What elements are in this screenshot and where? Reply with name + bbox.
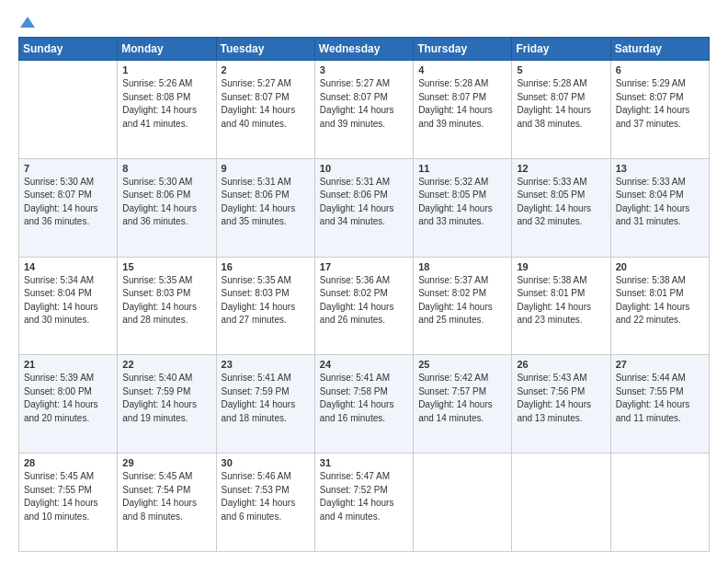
svg-marker-0 bbox=[20, 17, 35, 28]
calendar-header-sunday: Sunday bbox=[19, 38, 118, 61]
calendar-cell: 20Sunrise: 5:38 AM Sunset: 8:01 PM Dayli… bbox=[610, 257, 709, 355]
calendar-cell: 11Sunrise: 5:32 AM Sunset: 8:05 PM Dayli… bbox=[414, 158, 512, 257]
calendar-cell: 21Sunrise: 5:39 AM Sunset: 8:00 PM Dayli… bbox=[19, 355, 118, 454]
day-info: Sunrise: 5:33 AM Sunset: 8:05 PM Dayligh… bbox=[517, 176, 605, 229]
calendar-week-row: 21Sunrise: 5:39 AM Sunset: 8:00 PM Dayli… bbox=[19, 355, 710, 454]
day-number: 30 bbox=[222, 457, 310, 468]
day-number: 2 bbox=[222, 64, 310, 75]
day-info: Sunrise: 5:34 AM Sunset: 8:04 PM Dayligh… bbox=[24, 274, 112, 327]
day-number: 5 bbox=[517, 64, 605, 75]
day-number: 23 bbox=[222, 359, 310, 370]
day-info: Sunrise: 5:41 AM Sunset: 7:58 PM Dayligh… bbox=[320, 372, 408, 425]
day-number: 11 bbox=[418, 163, 506, 174]
calendar-header-friday: Friday bbox=[512, 38, 610, 61]
day-number: 17 bbox=[320, 261, 408, 272]
day-number: 24 bbox=[320, 359, 408, 370]
calendar-cell: 24Sunrise: 5:41 AM Sunset: 7:58 PM Dayli… bbox=[314, 355, 413, 454]
day-info: Sunrise: 5:33 AM Sunset: 8:04 PM Dayligh… bbox=[616, 176, 704, 229]
day-number: 25 bbox=[418, 359, 506, 370]
day-number: 4 bbox=[418, 64, 506, 75]
day-number: 28 bbox=[24, 457, 112, 468]
calendar-week-row: 28Sunrise: 5:45 AM Sunset: 7:55 PM Dayli… bbox=[19, 454, 710, 552]
day-info: Sunrise: 5:29 AM Sunset: 8:07 PM Dayligh… bbox=[616, 77, 704, 131]
logo-triangle-icon bbox=[20, 15, 35, 29]
calendar-cell: 2Sunrise: 5:27 AM Sunset: 8:07 PM Daylig… bbox=[216, 61, 314, 159]
day-info: Sunrise: 5:28 AM Sunset: 8:07 PM Dayligh… bbox=[418, 77, 506, 131]
day-info: Sunrise: 5:30 AM Sunset: 8:07 PM Dayligh… bbox=[24, 176, 112, 229]
day-info: Sunrise: 5:35 AM Sunset: 8:03 PM Dayligh… bbox=[122, 274, 210, 327]
calendar-cell: 31Sunrise: 5:47 AM Sunset: 7:52 PM Dayli… bbox=[314, 454, 413, 552]
day-info: Sunrise: 5:38 AM Sunset: 8:01 PM Dayligh… bbox=[616, 274, 704, 327]
calendar-cell: 5Sunrise: 5:28 AM Sunset: 8:07 PM Daylig… bbox=[512, 61, 610, 159]
calendar-cell: 18Sunrise: 5:37 AM Sunset: 8:02 PM Dayli… bbox=[414, 257, 512, 355]
day-number: 22 bbox=[122, 359, 210, 370]
day-info: Sunrise: 5:35 AM Sunset: 8:03 PM Dayligh… bbox=[222, 274, 310, 327]
calendar-cell: 28Sunrise: 5:45 AM Sunset: 7:55 PM Dayli… bbox=[19, 454, 118, 552]
calendar-cell: 13Sunrise: 5:33 AM Sunset: 8:04 PM Dayli… bbox=[610, 158, 709, 257]
day-info: Sunrise: 5:43 AM Sunset: 7:56 PM Dayligh… bbox=[517, 372, 605, 425]
day-info: Sunrise: 5:26 AM Sunset: 8:08 PM Dayligh… bbox=[122, 77, 210, 131]
day-number: 21 bbox=[24, 359, 112, 370]
calendar-cell: 27Sunrise: 5:44 AM Sunset: 7:55 PM Dayli… bbox=[610, 355, 709, 454]
calendar-cell: 3Sunrise: 5:27 AM Sunset: 8:07 PM Daylig… bbox=[314, 61, 413, 159]
calendar-cell bbox=[19, 61, 118, 159]
calendar-cell: 7Sunrise: 5:30 AM Sunset: 8:07 PM Daylig… bbox=[19, 158, 118, 257]
day-info: Sunrise: 5:47 AM Sunset: 7:52 PM Dayligh… bbox=[320, 470, 408, 523]
calendar-cell: 17Sunrise: 5:36 AM Sunset: 8:02 PM Dayli… bbox=[314, 257, 413, 355]
day-number: 6 bbox=[616, 64, 704, 75]
day-info: Sunrise: 5:27 AM Sunset: 8:07 PM Dayligh… bbox=[222, 77, 310, 131]
day-info: Sunrise: 5:38 AM Sunset: 8:01 PM Dayligh… bbox=[517, 274, 605, 327]
day-info: Sunrise: 5:45 AM Sunset: 7:54 PM Dayligh… bbox=[122, 470, 210, 523]
calendar-cell: 14Sunrise: 5:34 AM Sunset: 8:04 PM Dayli… bbox=[19, 257, 118, 355]
day-info: Sunrise: 5:31 AM Sunset: 8:06 PM Dayligh… bbox=[320, 176, 408, 229]
day-number: 7 bbox=[24, 163, 112, 174]
day-number: 27 bbox=[616, 359, 704, 370]
calendar-week-row: 14Sunrise: 5:34 AM Sunset: 8:04 PM Dayli… bbox=[19, 257, 710, 355]
day-number: 9 bbox=[222, 163, 310, 174]
calendar-cell: 8Sunrise: 5:30 AM Sunset: 8:06 PM Daylig… bbox=[118, 158, 216, 257]
logo bbox=[18, 15, 35, 29]
calendar-cell: 15Sunrise: 5:35 AM Sunset: 8:03 PM Dayli… bbox=[118, 257, 216, 355]
day-info: Sunrise: 5:44 AM Sunset: 7:55 PM Dayligh… bbox=[616, 372, 704, 425]
day-info: Sunrise: 5:27 AM Sunset: 8:07 PM Dayligh… bbox=[320, 77, 408, 131]
calendar-cell: 9Sunrise: 5:31 AM Sunset: 8:06 PM Daylig… bbox=[216, 158, 314, 257]
day-number: 20 bbox=[616, 261, 704, 272]
day-info: Sunrise: 5:32 AM Sunset: 8:05 PM Dayligh… bbox=[418, 176, 506, 229]
day-number: 16 bbox=[222, 261, 310, 272]
calendar-cell: 6Sunrise: 5:29 AM Sunset: 8:07 PM Daylig… bbox=[610, 61, 709, 159]
calendar-cell: 26Sunrise: 5:43 AM Sunset: 7:56 PM Dayli… bbox=[512, 355, 610, 454]
day-info: Sunrise: 5:42 AM Sunset: 7:57 PM Dayligh… bbox=[418, 372, 506, 425]
day-number: 13 bbox=[616, 163, 704, 174]
day-number: 14 bbox=[24, 261, 112, 272]
calendar-cell: 22Sunrise: 5:40 AM Sunset: 7:59 PM Dayli… bbox=[118, 355, 216, 454]
calendar-cell: 4Sunrise: 5:28 AM Sunset: 8:07 PM Daylig… bbox=[414, 61, 512, 159]
calendar-cell: 1Sunrise: 5:26 AM Sunset: 8:08 PM Daylig… bbox=[118, 61, 216, 159]
header bbox=[18, 15, 710, 29]
day-number: 31 bbox=[320, 457, 408, 468]
calendar-cell: 25Sunrise: 5:42 AM Sunset: 7:57 PM Dayli… bbox=[414, 355, 512, 454]
day-number: 15 bbox=[122, 261, 210, 272]
calendar-header-monday: Monday bbox=[118, 38, 216, 61]
calendar-cell: 19Sunrise: 5:38 AM Sunset: 8:01 PM Dayli… bbox=[512, 257, 610, 355]
day-info: Sunrise: 5:37 AM Sunset: 8:02 PM Dayligh… bbox=[418, 274, 506, 327]
day-number: 1 bbox=[122, 64, 210, 75]
calendar-header-thursday: Thursday bbox=[414, 38, 512, 61]
page: SundayMondayTuesdayWednesdayThursdayFrid… bbox=[0, 0, 728, 563]
day-info: Sunrise: 5:46 AM Sunset: 7:53 PM Dayligh… bbox=[222, 470, 310, 523]
calendar-cell: 23Sunrise: 5:41 AM Sunset: 7:59 PM Dayli… bbox=[216, 355, 314, 454]
day-number: 8 bbox=[122, 163, 210, 174]
day-number: 18 bbox=[418, 261, 506, 272]
day-info: Sunrise: 5:41 AM Sunset: 7:59 PM Dayligh… bbox=[222, 372, 310, 425]
calendar-cell: 29Sunrise: 5:45 AM Sunset: 7:54 PM Dayli… bbox=[118, 454, 216, 552]
day-info: Sunrise: 5:39 AM Sunset: 8:00 PM Dayligh… bbox=[24, 372, 112, 425]
calendar-cell bbox=[414, 454, 512, 552]
calendar-header-saturday: Saturday bbox=[610, 38, 709, 61]
calendar-cell: 16Sunrise: 5:35 AM Sunset: 8:03 PM Dayli… bbox=[216, 257, 314, 355]
day-info: Sunrise: 5:30 AM Sunset: 8:06 PM Dayligh… bbox=[122, 176, 210, 229]
calendar-header-wednesday: Wednesday bbox=[314, 38, 413, 61]
calendar-cell bbox=[512, 454, 610, 552]
day-info: Sunrise: 5:31 AM Sunset: 8:06 PM Dayligh… bbox=[222, 176, 310, 229]
calendar-cell: 10Sunrise: 5:31 AM Sunset: 8:06 PM Dayli… bbox=[314, 158, 413, 257]
day-info: Sunrise: 5:40 AM Sunset: 7:59 PM Dayligh… bbox=[122, 372, 210, 425]
calendar-table: SundayMondayTuesdayWednesdayThursdayFrid… bbox=[18, 37, 710, 552]
